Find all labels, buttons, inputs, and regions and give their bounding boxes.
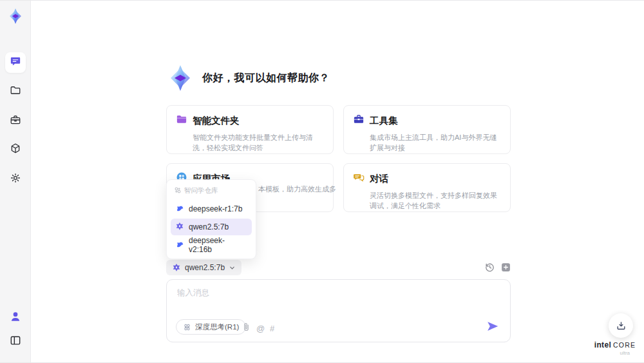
deepseek-icon bbox=[175, 204, 184, 215]
dialogue-icon bbox=[353, 172, 365, 186]
cube-icon bbox=[10, 142, 21, 157]
sidebar-item-toolbox[interactable] bbox=[5, 111, 26, 132]
qwen-icon bbox=[175, 222, 184, 233]
qwen-icon bbox=[172, 263, 181, 272]
hash-icon: # bbox=[270, 324, 274, 333]
topic-button[interactable]: # bbox=[270, 324, 274, 333]
history-button[interactable] bbox=[484, 262, 495, 273]
gear-icon bbox=[10, 172, 21, 186]
folder-icon bbox=[10, 84, 21, 99]
atom-icon bbox=[183, 323, 191, 331]
download-button[interactable] bbox=[609, 313, 633, 338]
plus-square-icon bbox=[500, 262, 511, 273]
deep-think-toggle[interactable]: 深度思考(R1) bbox=[176, 319, 246, 335]
app-logo-icon[interactable] bbox=[6, 7, 24, 25]
card-title: 智能文件夹 bbox=[193, 115, 240, 127]
sidebar-item-apps[interactable] bbox=[5, 139, 26, 160]
sidebar-item-chat[interactable] bbox=[5, 52, 26, 73]
briefcase-icon bbox=[10, 114, 21, 128]
sidebar-item-account[interactable] bbox=[9, 310, 22, 323]
greeting-block: 你好，我可以如何帮助你？ bbox=[166, 64, 330, 92]
panel-toggle-icon bbox=[9, 338, 22, 349]
mention-button[interactable]: @ bbox=[256, 324, 265, 333]
download-icon bbox=[616, 320, 627, 331]
card-description: 灵活切换多模型文件，支持多样回复效果调试，满足个性化需求 bbox=[370, 190, 501, 211]
page-title: 你好，我可以如何帮助你？ bbox=[202, 72, 330, 85]
send-icon bbox=[486, 319, 500, 333]
card-dialogue[interactable]: 对话 灵活切换多模型文件，支持多样回复效果调试，满足个性化需求 bbox=[343, 163, 511, 212]
card-smart-folder[interactable]: 智能文件夹 智能文件夹功能支持批量文件上传与清洗，轻松实现文件问答 bbox=[166, 105, 334, 154]
paperclip-icon bbox=[242, 322, 251, 332]
repo-icon bbox=[175, 187, 181, 195]
intel-core-badge: intelcore ultra bbox=[592, 340, 638, 356]
assistant-logo-icon bbox=[166, 64, 194, 92]
sidebar-item-settings[interactable] bbox=[5, 169, 26, 190]
sidebar bbox=[0, 1, 31, 362]
card-description-partial: 本模板，助力高效生成多 bbox=[258, 184, 336, 194]
model-repo-header: 智问学仓库 bbox=[171, 184, 252, 199]
sidebar-item-collapse[interactable] bbox=[9, 334, 22, 347]
card-description: 智能文件夹功能支持批量文件上传与清洗，轻松实现文件问答 bbox=[193, 132, 324, 153]
send-button[interactable] bbox=[486, 319, 500, 333]
model-option-deepseek-r1[interactable]: deepseek-r1:7b bbox=[171, 201, 252, 217]
selected-model-label: qwen2.5:7b bbox=[185, 263, 225, 272]
card-toolset[interactable]: 工具集 集成市场上主流工具，助力AI与外界无缝扩展与对接 bbox=[343, 105, 511, 154]
at-icon: @ bbox=[256, 324, 265, 333]
model-option-deepseek-v2[interactable]: deepseek-v2:16b bbox=[171, 237, 252, 253]
card-description: 集成市场上主流工具，助力AI与外界无缝扩展与对接 bbox=[370, 132, 501, 153]
model-dropdown: 智问学仓库 deepseek-r1:7b qwen2.5:7b deepseek… bbox=[166, 179, 256, 259]
app-window: 你好，我可以如何帮助你？ 智能文件夹 智能文件夹功能支持批量文件上传与清洗，轻松… bbox=[0, 0, 644, 363]
card-title: 工具集 bbox=[370, 115, 398, 127]
history-icon bbox=[484, 262, 495, 273]
model-option-qwen[interactable]: qwen2.5:7b bbox=[171, 219, 252, 235]
user-icon bbox=[9, 314, 22, 325]
message-input[interactable] bbox=[177, 286, 460, 299]
sidebar-item-folders[interactable] bbox=[5, 81, 26, 102]
deepseek-icon bbox=[175, 240, 184, 251]
card-title: 对话 bbox=[370, 173, 388, 185]
message-composer: 深度思考(R1) @ # bbox=[166, 279, 511, 342]
new-chat-button[interactable] bbox=[500, 262, 511, 273]
toolset-icon bbox=[353, 113, 365, 128]
attach-file-button[interactable] bbox=[242, 322, 251, 332]
chevron-down-icon bbox=[229, 264, 236, 271]
smart-folder-icon bbox=[176, 113, 187, 128]
chat-icon bbox=[10, 55, 21, 70]
model-selector[interactable]: qwen2.5:7b bbox=[166, 260, 242, 275]
